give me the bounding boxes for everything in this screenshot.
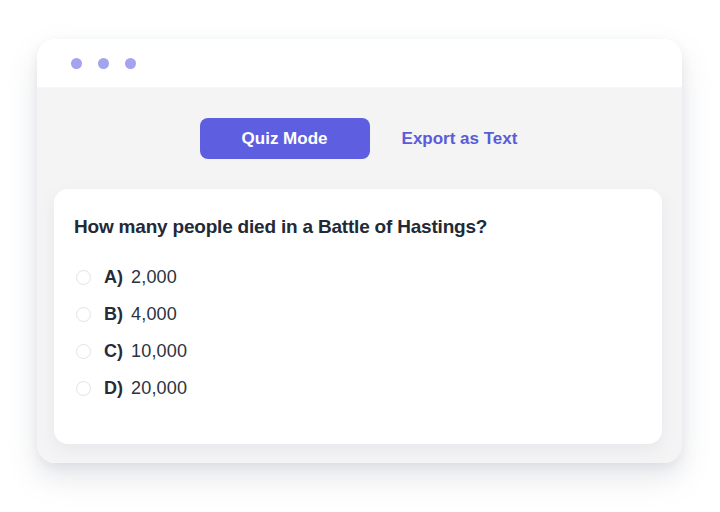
option-row-b[interactable]: B) 4,000 bbox=[74, 299, 642, 329]
app-window: Quiz Mode Export as Text How many people… bbox=[37, 39, 682, 463]
option-value: 20,000 bbox=[131, 378, 187, 399]
option-value: 4,000 bbox=[131, 304, 177, 325]
window-control-dot-icon bbox=[98, 58, 109, 69]
window-titlebar bbox=[37, 39, 682, 88]
quiz-card: How many people died in a Battle of Hast… bbox=[54, 189, 662, 444]
radio-icon[interactable] bbox=[76, 270, 91, 285]
option-letter: C) bbox=[104, 341, 123, 362]
option-letter: A) bbox=[104, 267, 123, 288]
option-row-d[interactable]: D) 20,000 bbox=[74, 373, 642, 403]
option-row-c[interactable]: C) 10,000 bbox=[74, 336, 642, 366]
option-letter: B) bbox=[104, 304, 123, 325]
radio-icon[interactable] bbox=[76, 307, 91, 322]
quiz-question: How many people died in a Battle of Hast… bbox=[74, 214, 642, 240]
options-list: A) 2,000 B) 4,000 C) 10,000 D) 20,000 bbox=[74, 262, 642, 403]
radio-icon[interactable] bbox=[76, 344, 91, 359]
mode-toolbar: Quiz Mode Export as Text bbox=[37, 118, 682, 159]
window-control-dot-icon bbox=[125, 58, 136, 69]
quiz-mode-button[interactable]: Quiz Mode bbox=[200, 118, 370, 159]
option-letter: D) bbox=[104, 378, 123, 399]
export-as-text-button[interactable]: Export as Text bbox=[400, 123, 520, 155]
radio-icon[interactable] bbox=[76, 381, 91, 396]
window-body: Quiz Mode Export as Text How many people… bbox=[37, 88, 682, 463]
option-value: 10,000 bbox=[131, 341, 187, 362]
option-value: 2,000 bbox=[131, 267, 177, 288]
window-control-dot-icon bbox=[71, 58, 82, 69]
option-row-a[interactable]: A) 2,000 bbox=[74, 262, 642, 292]
